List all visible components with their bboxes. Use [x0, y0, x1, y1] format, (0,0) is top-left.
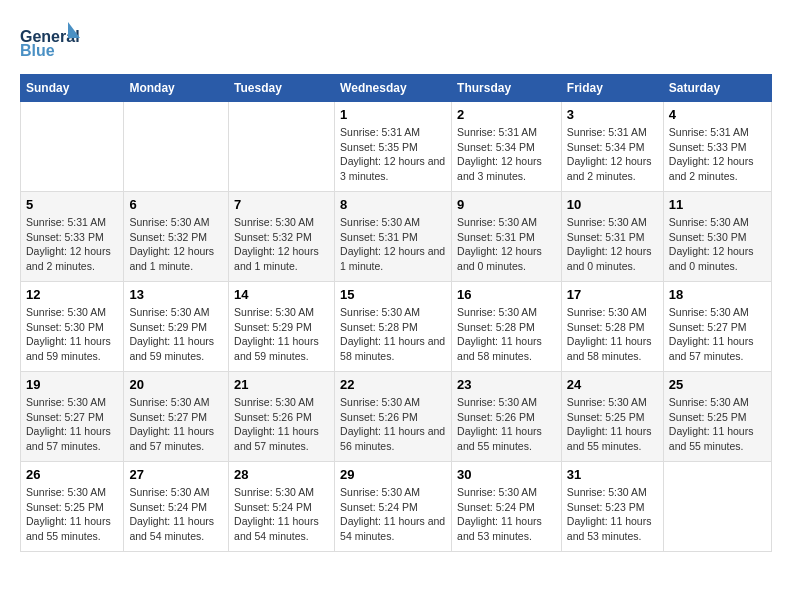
day-info: Sunrise: 5:30 AM Sunset: 5:26 PM Dayligh…: [457, 395, 556, 454]
calendar-cell: 12Sunrise: 5:30 AM Sunset: 5:30 PM Dayli…: [21, 282, 124, 372]
header-friday: Friday: [561, 75, 663, 102]
day-number: 5: [26, 197, 118, 212]
page-header: General Blue: [20, 20, 772, 64]
calendar-cell: 21Sunrise: 5:30 AM Sunset: 5:26 PM Dayli…: [229, 372, 335, 462]
day-number: 12: [26, 287, 118, 302]
day-number: 10: [567, 197, 658, 212]
calendar-cell: 19Sunrise: 5:30 AM Sunset: 5:27 PM Dayli…: [21, 372, 124, 462]
day-number: 23: [457, 377, 556, 392]
header-thursday: Thursday: [452, 75, 562, 102]
calendar-cell: 2Sunrise: 5:31 AM Sunset: 5:34 PM Daylig…: [452, 102, 562, 192]
day-number: 24: [567, 377, 658, 392]
calendar-cell: 31Sunrise: 5:30 AM Sunset: 5:23 PM Dayli…: [561, 462, 663, 552]
logo: General Blue: [20, 20, 80, 64]
calendar-cell: 9Sunrise: 5:30 AM Sunset: 5:31 PM Daylig…: [452, 192, 562, 282]
day-number: 28: [234, 467, 329, 482]
calendar-cell: 30Sunrise: 5:30 AM Sunset: 5:24 PM Dayli…: [452, 462, 562, 552]
calendar-cell: 7Sunrise: 5:30 AM Sunset: 5:32 PM Daylig…: [229, 192, 335, 282]
calendar-cell: 16Sunrise: 5:30 AM Sunset: 5:28 PM Dayli…: [452, 282, 562, 372]
day-info: Sunrise: 5:30 AM Sunset: 5:28 PM Dayligh…: [457, 305, 556, 364]
calendar-cell: 4Sunrise: 5:31 AM Sunset: 5:33 PM Daylig…: [663, 102, 771, 192]
day-info: Sunrise: 5:30 AM Sunset: 5:27 PM Dayligh…: [26, 395, 118, 454]
day-info: Sunrise: 5:30 AM Sunset: 5:26 PM Dayligh…: [340, 395, 446, 454]
calendar-cell: 1Sunrise: 5:31 AM Sunset: 5:35 PM Daylig…: [335, 102, 452, 192]
calendar-cell: 5Sunrise: 5:31 AM Sunset: 5:33 PM Daylig…: [21, 192, 124, 282]
calendar-cell: [21, 102, 124, 192]
header-monday: Monday: [124, 75, 229, 102]
day-number: 9: [457, 197, 556, 212]
calendar-cell: 27Sunrise: 5:30 AM Sunset: 5:24 PM Dayli…: [124, 462, 229, 552]
day-number: 1: [340, 107, 446, 122]
day-info: Sunrise: 5:30 AM Sunset: 5:24 PM Dayligh…: [234, 485, 329, 544]
calendar-cell: 14Sunrise: 5:30 AM Sunset: 5:29 PM Dayli…: [229, 282, 335, 372]
calendar-cell: 22Sunrise: 5:30 AM Sunset: 5:26 PM Dayli…: [335, 372, 452, 462]
day-info: Sunrise: 5:30 AM Sunset: 5:31 PM Dayligh…: [457, 215, 556, 274]
day-number: 25: [669, 377, 766, 392]
day-info: Sunrise: 5:30 AM Sunset: 5:25 PM Dayligh…: [567, 395, 658, 454]
calendar-cell: 20Sunrise: 5:30 AM Sunset: 5:27 PM Dayli…: [124, 372, 229, 462]
day-number: 26: [26, 467, 118, 482]
calendar-cell: 8Sunrise: 5:30 AM Sunset: 5:31 PM Daylig…: [335, 192, 452, 282]
week-row-2: 5Sunrise: 5:31 AM Sunset: 5:33 PM Daylig…: [21, 192, 772, 282]
calendar-cell: 17Sunrise: 5:30 AM Sunset: 5:28 PM Dayli…: [561, 282, 663, 372]
day-number: 3: [567, 107, 658, 122]
header-saturday: Saturday: [663, 75, 771, 102]
calendar-table: SundayMondayTuesdayWednesdayThursdayFrid…: [20, 74, 772, 552]
week-row-4: 19Sunrise: 5:30 AM Sunset: 5:27 PM Dayli…: [21, 372, 772, 462]
day-number: 16: [457, 287, 556, 302]
calendar-cell: 29Sunrise: 5:30 AM Sunset: 5:24 PM Dayli…: [335, 462, 452, 552]
day-number: 22: [340, 377, 446, 392]
header-wednesday: Wednesday: [335, 75, 452, 102]
day-info: Sunrise: 5:30 AM Sunset: 5:32 PM Dayligh…: [129, 215, 223, 274]
day-number: 30: [457, 467, 556, 482]
svg-text:Blue: Blue: [20, 42, 55, 59]
day-info: Sunrise: 5:31 AM Sunset: 5:34 PM Dayligh…: [457, 125, 556, 184]
day-info: Sunrise: 5:30 AM Sunset: 5:25 PM Dayligh…: [669, 395, 766, 454]
day-info: Sunrise: 5:30 AM Sunset: 5:28 PM Dayligh…: [567, 305, 658, 364]
day-info: Sunrise: 5:30 AM Sunset: 5:23 PM Dayligh…: [567, 485, 658, 544]
day-number: 20: [129, 377, 223, 392]
day-number: 31: [567, 467, 658, 482]
calendar-cell: [229, 102, 335, 192]
day-number: 27: [129, 467, 223, 482]
calendar-cell: 26Sunrise: 5:30 AM Sunset: 5:25 PM Dayli…: [21, 462, 124, 552]
day-info: Sunrise: 5:30 AM Sunset: 5:30 PM Dayligh…: [669, 215, 766, 274]
day-info: Sunrise: 5:30 AM Sunset: 5:24 PM Dayligh…: [457, 485, 556, 544]
day-number: 15: [340, 287, 446, 302]
day-info: Sunrise: 5:30 AM Sunset: 5:25 PM Dayligh…: [26, 485, 118, 544]
day-info: Sunrise: 5:30 AM Sunset: 5:26 PM Dayligh…: [234, 395, 329, 454]
day-info: Sunrise: 5:30 AM Sunset: 5:32 PM Dayligh…: [234, 215, 329, 274]
day-info: Sunrise: 5:30 AM Sunset: 5:31 PM Dayligh…: [340, 215, 446, 274]
day-info: Sunrise: 5:30 AM Sunset: 5:27 PM Dayligh…: [129, 395, 223, 454]
day-info: Sunrise: 5:30 AM Sunset: 5:27 PM Dayligh…: [669, 305, 766, 364]
calendar-cell: 11Sunrise: 5:30 AM Sunset: 5:30 PM Dayli…: [663, 192, 771, 282]
day-info: Sunrise: 5:31 AM Sunset: 5:33 PM Dayligh…: [26, 215, 118, 274]
calendar-header-row: SundayMondayTuesdayWednesdayThursdayFrid…: [21, 75, 772, 102]
calendar-cell: 15Sunrise: 5:30 AM Sunset: 5:28 PM Dayli…: [335, 282, 452, 372]
calendar-cell: [124, 102, 229, 192]
calendar-cell: 10Sunrise: 5:30 AM Sunset: 5:31 PM Dayli…: [561, 192, 663, 282]
week-row-5: 26Sunrise: 5:30 AM Sunset: 5:25 PM Dayli…: [21, 462, 772, 552]
week-row-3: 12Sunrise: 5:30 AM Sunset: 5:30 PM Dayli…: [21, 282, 772, 372]
day-info: Sunrise: 5:31 AM Sunset: 5:34 PM Dayligh…: [567, 125, 658, 184]
day-info: Sunrise: 5:30 AM Sunset: 5:24 PM Dayligh…: [129, 485, 223, 544]
day-number: 4: [669, 107, 766, 122]
day-info: Sunrise: 5:30 AM Sunset: 5:31 PM Dayligh…: [567, 215, 658, 274]
week-row-1: 1Sunrise: 5:31 AM Sunset: 5:35 PM Daylig…: [21, 102, 772, 192]
calendar-cell: 13Sunrise: 5:30 AM Sunset: 5:29 PM Dayli…: [124, 282, 229, 372]
day-number: 6: [129, 197, 223, 212]
header-sunday: Sunday: [21, 75, 124, 102]
calendar-cell: 6Sunrise: 5:30 AM Sunset: 5:32 PM Daylig…: [124, 192, 229, 282]
day-info: Sunrise: 5:31 AM Sunset: 5:35 PM Dayligh…: [340, 125, 446, 184]
calendar-cell: 23Sunrise: 5:30 AM Sunset: 5:26 PM Dayli…: [452, 372, 562, 462]
day-number: 7: [234, 197, 329, 212]
day-number: 21: [234, 377, 329, 392]
header-tuesday: Tuesday: [229, 75, 335, 102]
day-number: 13: [129, 287, 223, 302]
day-info: Sunrise: 5:30 AM Sunset: 5:29 PM Dayligh…: [234, 305, 329, 364]
day-info: Sunrise: 5:30 AM Sunset: 5:29 PM Dayligh…: [129, 305, 223, 364]
day-info: Sunrise: 5:30 AM Sunset: 5:24 PM Dayligh…: [340, 485, 446, 544]
calendar-cell: 25Sunrise: 5:30 AM Sunset: 5:25 PM Dayli…: [663, 372, 771, 462]
day-number: 29: [340, 467, 446, 482]
calendar-cell: 28Sunrise: 5:30 AM Sunset: 5:24 PM Dayli…: [229, 462, 335, 552]
